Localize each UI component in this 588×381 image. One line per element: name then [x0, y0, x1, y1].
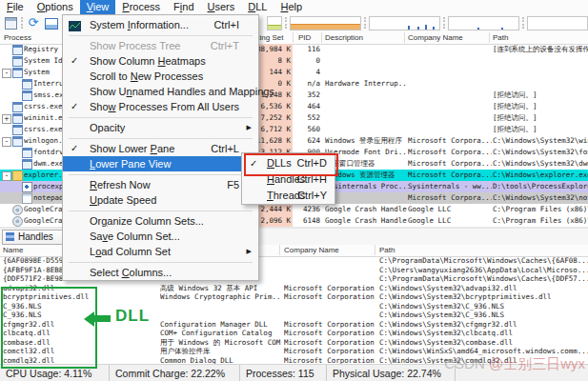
gear-icon [12, 205, 23, 215]
menu-item-label: Show Lower Pane [90, 143, 174, 154]
company-cell: Microsoft Corpora... [408, 135, 492, 147]
commit-history-graph[interactable] [290, 16, 361, 30]
menu-item-label: Show Process Tree [90, 40, 180, 51]
menubar-item-options[interactable]: Options [30, 0, 80, 14]
refresh-button[interactable]: ⟳ [26, 16, 41, 30]
company-cell: Google LLC [408, 215, 492, 227]
menu-item-lower-pane-view[interactable]: Lower Pane View▶ [63, 156, 258, 171]
show-lower-pane-button[interactable] [43, 16, 58, 30]
menu-item-organize-column-sets[interactable]: Organize Column Sets... [63, 213, 258, 229]
status-segment: Physical Usage: 22.74% [327, 365, 456, 381]
menu-item-shortcut: F5 [227, 177, 239, 192]
menubar-item-find[interactable]: Find [167, 0, 200, 14]
procexp-icon [22, 182, 32, 192]
view-menu-dropdown: System Information...Ctrl+IShow Process … [62, 14, 259, 281]
checkmark-icon: ✓ [71, 141, 78, 156]
menu-bar: FileOptionsViewProcessFindUsersDLLHelp [0, 0, 588, 15]
menu-item-show-column-heatmaps[interactable]: ✓Show Column Heatmaps [63, 53, 258, 69]
disk-history-graph[interactable] [527, 16, 588, 30]
checkmark-icon: ✓ [71, 53, 78, 69]
menu-item-refresh-now[interactable]: Refresh NowF5 [63, 177, 258, 192]
toolbar-grip [443, 17, 445, 29]
menu-item-show-unnamed-handles-and-mappings[interactable]: Show Unnamed Handles and Mappings [63, 84, 258, 99]
pane-icon [45, 18, 58, 30]
menubar-item-process[interactable]: Process [115, 0, 167, 14]
path-cell: C:\Program Files (x86)\... [493, 215, 588, 227]
tree-expander[interactable]: + [2, 114, 11, 124]
menu-item-label: Opacity [90, 122, 125, 133]
menu-item-label: System Information... [90, 19, 189, 30]
dll-company: Microsoft Corporation [284, 320, 375, 330]
column-header-dll-path[interactable]: Path [379, 246, 395, 254]
menu-item-label: Show Unnamed Handles and Mappings [90, 86, 274, 97]
window-icon [12, 102, 23, 112]
menubar-item-view[interactable]: View [80, 0, 116, 14]
dll-path: C:\ProgramData\Microsoft\Windows\Caches\… [379, 274, 588, 284]
handles-view-button[interactable]: Handles [2, 230, 63, 245]
gear-icon [12, 216, 23, 227]
menubar-item-users[interactable]: Users [201, 0, 242, 14]
column-header-name[interactable]: Name [3, 246, 23, 254]
tree-expander[interactable]: - [2, 137, 11, 147]
cpu-graph-partial[interactable] [267, 16, 282, 30]
column-header-description[interactable]: Description [325, 33, 363, 42]
dll-description: Configuration Manager DLL [160, 320, 282, 330]
window-icon [12, 56, 23, 67]
toolbar-grip [21, 17, 23, 29]
menu-item-shortcut: Ctrl+T [211, 38, 239, 53]
menu-item-label: Show Column Heatmaps [90, 55, 206, 67]
menu-item-opacity[interactable]: Opacity▶ [63, 120, 258, 135]
menu-item-select-columns[interactable]: Select Columns... [63, 265, 258, 280]
column-header-dll-company[interactable]: Company Name [284, 246, 339, 254]
menu-item-label: Scroll to New Processes [90, 70, 203, 82]
handles-button-label: Handles [18, 231, 53, 243]
menu-item-shortcut: Ctrl+Y [297, 188, 327, 204]
process-explorer-window: FileOptionsViewProcessFindUsersDLLHelp ⟳… [0, 0, 588, 381]
io-history-graph[interactable] [369, 16, 440, 30]
column-header-company-name[interactable]: Company Name [408, 33, 463, 42]
dll-description: COM+ Configuration Catalog [160, 329, 282, 338]
pid-cell: 4 [293, 67, 324, 78]
menu-item-scroll-to-new-processes[interactable]: Scroll to New Processes [63, 69, 258, 84]
folder-icon [12, 170, 23, 181]
menu-item-load-column-set[interactable]: Load Column Set▶ [63, 244, 258, 259]
watermark: CSDN @士别三日wyx [444, 355, 585, 373]
menubar-item-dll[interactable]: DLL [241, 0, 274, 14]
menu-item-label: Show Processes From All Users [90, 101, 239, 112]
save-button[interactable] [3, 16, 18, 30]
tree-expander[interactable]: - [2, 171, 11, 181]
pid-cell: 116 [293, 44, 324, 55]
column-header-path[interactable]: Path [493, 33, 508, 42]
dll-path: C:\Windows\System32\cfgmgr32.dll [379, 320, 588, 330]
description-cell: Google Crash Handler [325, 215, 407, 227]
handles-icon [6, 232, 14, 241]
menu-item-threads[interactable]: ThreadsCtrl+Y [242, 188, 335, 204]
gpu-history-graph[interactable] [448, 16, 519, 30]
watermark-gray: CSDN [444, 355, 489, 371]
menu-item-system-information[interactable]: System Information...Ctrl+I [63, 17, 258, 32]
menu-item-show-lower-pane[interactable]: ✓Show Lower PaneCtrl+L [63, 141, 258, 156]
column-header-pid[interactable]: PID [298, 33, 311, 42]
pid-cell: 0 [293, 55, 324, 67]
company-cell: Microsoft Corpora... [408, 147, 492, 158]
column-header-process[interactable]: Process [4, 33, 31, 42]
window-icon [12, 113, 23, 124]
menu-item-show-processes-from-all-users[interactable]: ✓Show Processes From All Users [63, 99, 258, 114]
menubar-item-file[interactable]: File [0, 0, 30, 14]
menu-item-save-column-set[interactable]: Save Column Set... [63, 229, 258, 244]
dll-path: C:\Windows\System32\combase.dll [379, 338, 588, 348]
window-icon [22, 148, 32, 158]
submenu-arrow-icon: ▶ [247, 244, 252, 259]
dll-description: 高级 Windows 32 基本 API [160, 284, 282, 293]
path-cell: C:\Windows\System32\win... [493, 135, 588, 147]
menu-item-show-process-tree[interactable]: Show Process TreeCtrl+T [63, 38, 258, 53]
path-cell: [拒绝访问。] [493, 112, 588, 124]
dll-path: C:\ProgramData\Microsoft\Windows\Caches\… [379, 256, 588, 266]
menu-item-update-speed[interactable]: Update Speed▶ [63, 192, 258, 208]
tree-expander[interactable]: - [2, 69, 11, 78]
menubar-item-help[interactable]: Help [274, 0, 309, 14]
window-icon [12, 125, 23, 135]
toolbar-grip [285, 17, 287, 29]
save-icon [5, 17, 17, 30]
dll-path: C:\Windows\System32\advapi32.dll [379, 284, 588, 293]
